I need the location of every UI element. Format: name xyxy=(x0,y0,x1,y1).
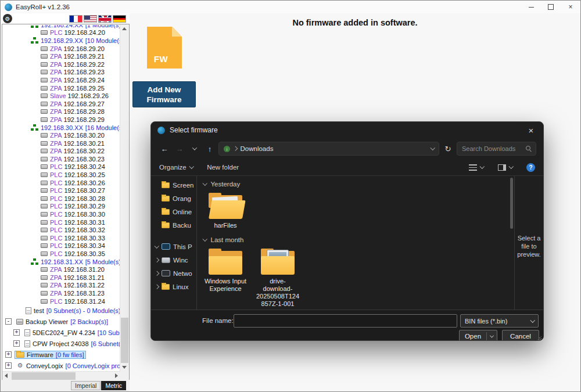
section-header[interactable]: Yesterday xyxy=(203,178,514,190)
chevron-right-icon[interactable] xyxy=(155,271,159,276)
file-item[interactable]: harFiles xyxy=(203,191,248,229)
tree-item[interactable]: ZPA192.168.30.22 xyxy=(3,148,120,156)
tree-item[interactable]: ZPA192.168.31.21 xyxy=(3,274,120,282)
sidebar-item[interactable]: Winc xyxy=(155,253,196,267)
sidebar-item[interactable]: Screen xyxy=(155,178,196,192)
tree-item[interactable]: +ConveyLogix[0 ConveyLogix programs] xyxy=(3,360,120,371)
tree-item[interactable]: PLC192.168.30.28 xyxy=(3,195,120,203)
tree-item[interactable]: +Firmware[0 fw files] xyxy=(3,349,120,360)
tree-item[interactable]: 192.168.31.XX[5 Module(s)] xyxy=(3,258,120,266)
tree-item[interactable]: PLC192.168.24.20 xyxy=(3,29,120,37)
file-item[interactable]: drive-download-20250508T124857Z-1-001 xyxy=(256,247,300,308)
tree-item[interactable]: ZPA192.168.31.20 xyxy=(3,265,120,274)
tree-item[interactable]: PLC192.168.30.26 xyxy=(3,179,120,187)
imperial-button[interactable]: Imperial xyxy=(71,381,101,390)
tree-item[interactable]: Slave192.168.29.26 xyxy=(3,92,120,100)
tree-item[interactable]: ZPA192.168.29.23 xyxy=(3,69,120,77)
close-button[interactable]: × xyxy=(561,1,580,13)
forward-button[interactable]: → xyxy=(173,142,186,156)
chevron-right-icon[interactable] xyxy=(155,285,159,289)
tree-item[interactable]: ZPA192.168.29.24 xyxy=(3,76,120,84)
expand-icon[interactable]: + xyxy=(5,362,12,369)
section-header[interactable]: Last month xyxy=(203,234,514,246)
scrollbar-thumb[interactable] xyxy=(12,372,76,380)
horizontal-scrollbar[interactable] xyxy=(2,371,120,380)
tree-item[interactable]: -Backup Viewer[2 Backup(s)] xyxy=(3,316,120,327)
germany-flag-icon[interactable] xyxy=(113,15,126,23)
tree-item[interactable]: ZPA192.168.29.27 xyxy=(3,100,120,108)
settings-button[interactable]: ⚙ xyxy=(3,14,12,23)
tree-item[interactable]: PLC192.168.30.30 xyxy=(3,210,120,218)
sidebar-item[interactable]: Online xyxy=(155,205,196,218)
sidebar-item[interactable]: Backu xyxy=(155,218,196,232)
preview-pane-button[interactable] xyxy=(498,164,513,171)
recent-locations-button[interactable] xyxy=(188,142,201,156)
tree-item[interactable]: PLC192.168.30.25 xyxy=(3,171,120,179)
france-flag-icon[interactable] xyxy=(69,15,83,23)
scroll-right-icon[interactable] xyxy=(115,373,118,378)
tree-item[interactable]: ZPA192.168.31.23 xyxy=(3,289,120,297)
breadcrumb-location[interactable]: Downloads xyxy=(241,145,274,152)
organize-button[interactable]: Organize xyxy=(159,164,193,171)
maximize-button[interactable] xyxy=(541,1,561,13)
tree-item[interactable]: PLC192.168.30.27 xyxy=(3,186,120,195)
tree-item[interactable]: +CPW Project 24038[6 Subnet(s) - 84 M xyxy=(3,338,120,349)
tree-item[interactable]: ZPA192.168.29.20 xyxy=(3,45,120,53)
tree-item[interactable]: ZPA192.168.29.28 xyxy=(3,108,120,116)
tree-item[interactable]: 192.168.30.XX[16 Module(s)] xyxy=(3,124,120,132)
tree-item[interactable]: PLC192.168.30.34 xyxy=(3,242,120,250)
tree-item[interactable]: ZPA192.168.29.22 xyxy=(3,60,120,69)
sidebar-item[interactable]: This P xyxy=(155,240,196,253)
refresh-button[interactable]: ↻ xyxy=(442,145,454,153)
back-button[interactable]: ← xyxy=(158,142,171,156)
scroll-up-icon[interactable] xyxy=(122,27,127,30)
address-bar[interactable]: ↓ Downloads xyxy=(218,142,439,156)
tree-item[interactable]: ZPA192.168.29.29 xyxy=(3,116,120,124)
open-dropdown-button[interactable] xyxy=(487,335,497,338)
tree-item[interactable]: PLC192.168.31.24 xyxy=(3,297,120,305)
tree-item[interactable]: +5DEC2024_FW 4.234[10 Subnet(s) - 75 xyxy=(3,327,120,338)
file-item[interactable]: Windows Input Experience xyxy=(203,247,248,308)
scroll-left-icon[interactable] xyxy=(5,373,8,378)
address-dropdown-icon[interactable] xyxy=(430,146,435,150)
help-button[interactable]: ? xyxy=(526,163,535,172)
chevron-right-icon[interactable] xyxy=(155,258,159,262)
minimize-button[interactable] xyxy=(521,1,541,13)
expand-icon[interactable]: + xyxy=(13,340,20,347)
vertical-scrollbar[interactable] xyxy=(120,24,129,372)
tree-item[interactable]: ZPA192.168.31.22 xyxy=(3,282,120,290)
resize-grip-icon[interactable] xyxy=(536,336,541,341)
tree-item[interactable]: PLC192.168.30.33 xyxy=(3,234,120,242)
collapse-icon[interactable]: - xyxy=(5,318,12,325)
tree-item[interactable]: ZPA192.168.30.21 xyxy=(3,139,120,148)
tree-item[interactable]: PLC192.168.30.35 xyxy=(3,250,120,258)
up-button[interactable]: ↑ xyxy=(203,142,216,156)
uk-flag-icon[interactable] xyxy=(98,15,112,23)
sidebar-item[interactable]: Netwo xyxy=(155,267,196,280)
usa-flag-icon[interactable] xyxy=(84,15,97,23)
tree-item[interactable]: PLC192.168.30.24 xyxy=(3,163,120,171)
dialog-close-button[interactable]: × xyxy=(519,122,543,138)
chevron-down-icon[interactable] xyxy=(155,243,159,248)
scrollbar-thumb[interactable] xyxy=(121,318,128,363)
file-name-input[interactable] xyxy=(234,314,457,328)
expand-icon[interactable]: + xyxy=(13,329,20,336)
tree-item[interactable]: test[0 Subnet(s) - 0 Module(s)] xyxy=(3,305,120,316)
tree-item[interactable]: 192.168.29.XX[10 Module(s)] xyxy=(3,37,120,45)
add-new-firmware-button[interactable]: Add New Firmware xyxy=(132,81,196,107)
tree-item[interactable]: ZPA192.168.29.25 xyxy=(3,84,120,92)
metric-button[interactable]: Metric xyxy=(101,381,126,390)
expand-icon[interactable]: + xyxy=(5,351,12,358)
sidebar-item[interactable]: Linux xyxy=(155,280,196,293)
view-mode-button[interactable] xyxy=(469,164,484,171)
open-button[interactable]: Open xyxy=(459,330,497,341)
tree-item[interactable]: PLC192.168.30.32 xyxy=(3,226,120,234)
scroll-down-icon[interactable] xyxy=(122,366,127,369)
search-input[interactable] xyxy=(461,145,526,153)
search-box[interactable] xyxy=(457,142,536,156)
tree-item[interactable]: PLC192.168.30.29 xyxy=(3,203,120,211)
tree-item[interactable]: PLC192.168.30.31 xyxy=(3,218,120,226)
tree-item[interactable]: ZPA192.168.30.20 xyxy=(3,131,120,139)
tree-item[interactable]: ZPA192.168.29.21 xyxy=(3,52,120,60)
file-list-scrollbar[interactable] xyxy=(510,178,513,229)
